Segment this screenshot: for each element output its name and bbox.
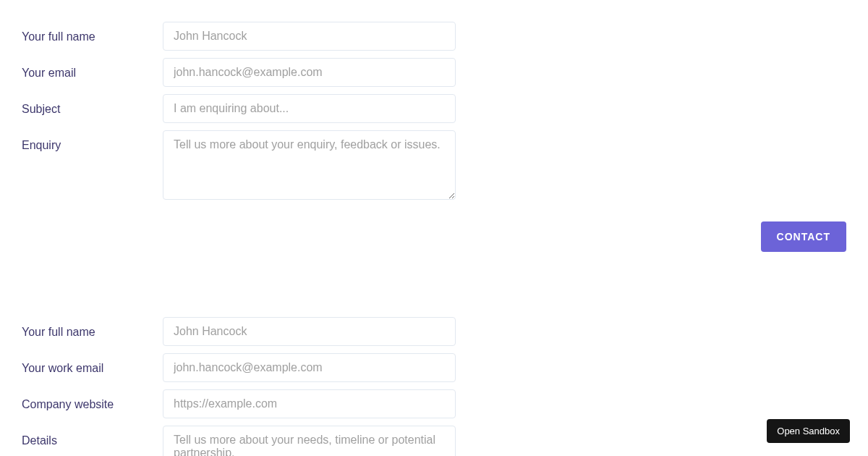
- field-subject: Subject: [22, 94, 846, 123]
- label-full-name-2: Your full name: [22, 317, 163, 339]
- label-company-website: Company website: [22, 389, 163, 411]
- contact-form-1: Your full name Your email Subject Enquir…: [0, 0, 868, 200]
- label-email: Your email: [22, 58, 163, 80]
- input-work-email[interactable]: [163, 353, 456, 382]
- textarea-details[interactable]: [163, 426, 456, 456]
- contact-button[interactable]: CONTACT: [761, 221, 846, 252]
- field-company-website: Company website: [22, 389, 846, 418]
- field-work-email: Your work email: [22, 353, 846, 382]
- contact-form-2: Your full name Your work email Company w…: [0, 317, 868, 456]
- label-enquiry: Enquiry: [22, 130, 163, 152]
- textarea-enquiry[interactable]: [163, 130, 456, 200]
- label-full-name: Your full name: [22, 22, 163, 43]
- label-subject: Subject: [22, 94, 163, 116]
- field-full-name-2: Your full name: [22, 317, 846, 346]
- field-email: Your email: [22, 58, 846, 87]
- field-full-name: Your full name: [22, 22, 846, 51]
- input-full-name-2[interactable]: [163, 317, 456, 346]
- label-details: Details: [22, 426, 163, 447]
- field-details: Details: [22, 426, 846, 456]
- field-enquiry: Enquiry: [22, 130, 846, 200]
- spacer: [0, 252, 868, 317]
- input-subject[interactable]: [163, 94, 456, 123]
- button-row: CONTACT: [0, 207, 868, 252]
- input-company-website[interactable]: [163, 389, 456, 418]
- input-email[interactable]: [163, 58, 456, 87]
- open-sandbox-button[interactable]: Open Sandbox: [767, 419, 850, 443]
- label-work-email: Your work email: [22, 353, 163, 375]
- input-full-name[interactable]: [163, 22, 456, 51]
